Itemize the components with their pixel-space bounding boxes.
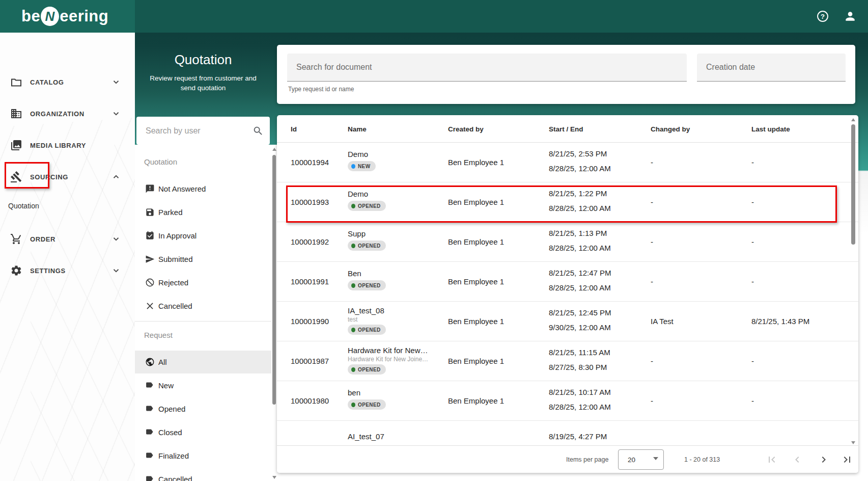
filter-item-parked[interactable]: Parked (135, 201, 271, 224)
row-name: Demo (348, 150, 368, 158)
table-row[interactable]: 100001990 IA_test_08 test OPENED Ben Emp… (277, 302, 858, 341)
sidebar-item-label: SETTINGS (30, 267, 66, 275)
tag-icon (145, 427, 155, 437)
last-page-button[interactable] (841, 453, 853, 466)
app-logo[interactable]: be N eering (21, 7, 108, 26)
scrollbar-thumb[interactable] (272, 155, 276, 405)
items-per-page-select[interactable]: 20 (618, 449, 664, 470)
block-icon (145, 278, 155, 287)
filter-item-cancelled-request[interactable]: Cancelled (135, 468, 271, 481)
announcement-icon (145, 184, 155, 194)
chevron-down-icon (111, 266, 121, 275)
filter-item-cancelled-quotation[interactable]: Cancelled (135, 295, 271, 317)
filter-item-finalized[interactable]: Finalized (135, 444, 271, 467)
sidebar-item-sourcing[interactable]: SOURCING (0, 161, 135, 193)
filter-item-submitted[interactable]: Submitted (135, 248, 271, 271)
column-header-id: Id (291, 115, 297, 143)
previous-page-button[interactable] (791, 453, 803, 466)
sidebar-item-settings[interactable]: SETTINGS (0, 255, 135, 286)
filter-item-not-answered[interactable]: Not Answered (135, 177, 271, 200)
first-page-button[interactable] (766, 453, 778, 466)
search-by-user-input[interactable] (146, 117, 247, 145)
sidebar-item-order[interactable]: ORDER (0, 223, 135, 255)
sidebar-item-media-library[interactable]: MEDIA LIBRARY (0, 129, 135, 161)
search-icon[interactable] (253, 125, 264, 137)
table-row[interactable]: AI_test_07 8/19/25, 4:27 PM (277, 421, 858, 445)
sidebar: CATALOG ORGANIZATION MEDIA LIBRARY SOURC… (0, 33, 135, 481)
globe-icon (145, 357, 155, 367)
help-icon[interactable]: ? (816, 10, 829, 23)
sidebar-item-organization[interactable]: ORGANIZATION (0, 98, 135, 129)
table-row[interactable]: 100001980 ben OPENED Ben Employee 1 8/21… (277, 381, 858, 421)
send-icon (145, 254, 155, 264)
status-filter-list: Quotation Not Answered Parked In Approva… (135, 145, 271, 481)
status-badge: OPENED (348, 201, 386, 211)
table-row[interactable]: 100001994 Demo NEW Ben Employee 1 8/21/2… (277, 143, 858, 182)
svg-text:?: ? (821, 13, 825, 20)
column-header-start-end: Start / End (549, 115, 583, 143)
sidebar-item-label: ORDER (30, 235, 55, 243)
row-name: ben (348, 388, 360, 397)
scroll-up-arrow-icon[interactable] (851, 118, 855, 121)
row-subtitle: Hardware Kit for New Joine… (348, 356, 428, 363)
filter-item-opened[interactable]: Opened (135, 397, 271, 420)
divider (135, 321, 271, 322)
photo-library-icon (10, 139, 22, 151)
filter-item-rejected[interactable]: Rejected (135, 271, 271, 294)
chevron-down-icon (111, 234, 121, 244)
panel-title: Quotation (135, 52, 271, 68)
building-icon (10, 108, 22, 120)
status-badge: OPENED (348, 325, 386, 335)
filter-item-all[interactable]: All (135, 351, 271, 373)
table-row[interactable]: 100001993 Demo OPENED Ben Employee 1 8/2… (277, 182, 858, 222)
logo-circle-icon: N (41, 7, 59, 26)
table-row[interactable]: 100001991 Ben OPENED Ben Employee 1 8/21… (277, 262, 858, 302)
document-filter-card: Type request id or name (277, 45, 855, 104)
user-account-icon[interactable] (844, 10, 857, 23)
chevron-down-icon (111, 109, 121, 118)
table-row[interactable]: 100001992 Supp OPENED Ben Employee 1 8/2… (277, 222, 858, 262)
logo-text-left: be (21, 7, 40, 25)
tag-icon (145, 474, 155, 481)
gear-icon (10, 264, 22, 277)
sidebar-item-label: CATALOG (30, 78, 64, 86)
table-row[interactable]: 100001987 Hardware Kit for New… Hardware… (277, 341, 858, 381)
table-header: Id Name Created by Start / End Changed b… (277, 115, 858, 143)
status-badge: OPENED (348, 399, 386, 410)
scrollbar-thumb[interactable] (851, 124, 855, 245)
table-scrollbar[interactable] (850, 116, 856, 444)
tag-icon (145, 404, 155, 414)
gavel-icon (10, 171, 22, 183)
search-by-user-box (136, 117, 270, 145)
logo-text-right: eering (60, 7, 108, 25)
column-header-changed-by: Changed by (651, 115, 690, 143)
column-header-created-by: Created by (448, 115, 484, 143)
event-check-icon (145, 231, 155, 240)
row-subtitle: test (348, 316, 357, 323)
search-document-input[interactable] (296, 54, 681, 81)
filter-item-in-approval[interactable]: In Approval (135, 224, 271, 247)
row-name: Ben (348, 269, 361, 278)
filter-item-new[interactable]: New (135, 374, 271, 397)
section-label-request: Request (144, 327, 173, 342)
panel-subtitle: Review request from customer and send qu… (142, 73, 264, 93)
save-icon (145, 207, 155, 217)
next-page-button[interactable] (818, 453, 830, 466)
sidebar-item-label: ORGANIZATION (30, 110, 85, 118)
search-document-field (287, 54, 687, 82)
chevron-up-icon (111, 172, 121, 181)
creation-date-input[interactable] (706, 54, 839, 81)
sidebar-item-catalog[interactable]: CATALOG (0, 66, 135, 98)
search-helper-text: Type request id or name (288, 86, 354, 93)
scroll-up-arrow-icon[interactable] (272, 148, 276, 151)
status-badge: OPENED (348, 240, 386, 251)
folder-icon (10, 76, 22, 88)
scroll-down-arrow-icon[interactable] (851, 441, 855, 444)
status-badge: OPENED (348, 364, 386, 375)
column-header-name: Name (348, 115, 367, 143)
scroll-down-arrow-icon[interactable] (272, 476, 276, 479)
sidebar-subitem-quotation[interactable]: Quotation (8, 202, 39, 210)
filter-item-closed[interactable]: Closed (135, 421, 271, 444)
column-header-last-update: Last update (751, 115, 790, 143)
tag-icon (145, 381, 155, 390)
